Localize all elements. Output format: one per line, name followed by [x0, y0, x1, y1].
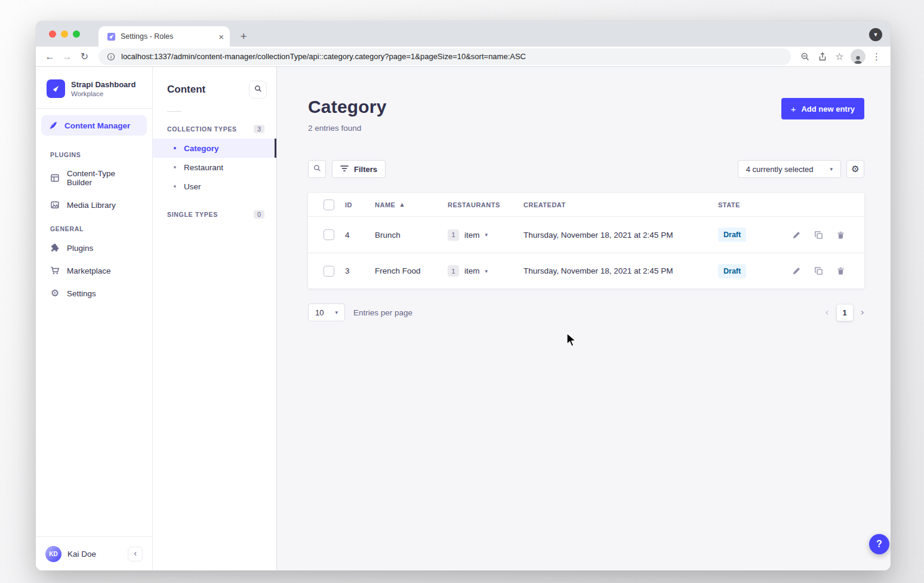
filters-label: Filters: [354, 165, 377, 174]
column-header-restaurants[interactable]: RESTAURANTS: [448, 201, 523, 208]
subnav-item-label: Category: [184, 144, 219, 153]
site-info-icon[interactable]: [106, 52, 116, 62]
browser-menu-icon[interactable]: ⋮: [868, 48, 885, 65]
column-header-name[interactable]: NAME ▲: [375, 201, 448, 208]
delete-button[interactable]: [835, 229, 846, 240]
bullet-icon: [174, 166, 176, 168]
chevron-down-icon[interactable]: ▾: [485, 268, 488, 274]
row-checkbox[interactable]: [324, 229, 334, 240]
sidebar-item-content-type-builder[interactable]: Content-Type Builder: [36, 162, 152, 194]
page-size-value: 10: [315, 308, 324, 317]
state-badge: Draft: [718, 264, 746, 278]
subnav-item-restaurant[interactable]: Restaurant: [153, 158, 276, 177]
sidebar-item-label: Settings: [67, 289, 96, 298]
cell-name: French Food: [375, 266, 448, 275]
entries-per-page-label: Entries per page: [353, 308, 412, 317]
forward-button[interactable]: →: [59, 48, 75, 65]
single-types-label: SINGLE TYPES: [167, 211, 218, 218]
column-header-state[interactable]: STATE: [718, 201, 791, 208]
add-new-entry-button[interactable]: + Add new entry: [781, 98, 864, 119]
duplicate-button[interactable]: [813, 266, 824, 277]
bullet-icon: [174, 147, 176, 149]
subnav-search-button[interactable]: [249, 81, 267, 99]
edit-button[interactable]: [791, 266, 802, 277]
browser-tab[interactable]: Settings - Roles ×: [98, 26, 230, 47]
sidebar-item-content-manager[interactable]: Content Manager: [41, 115, 147, 136]
workspace-name: Workplace: [71, 90, 135, 97]
url-bar[interactable]: localhost:1337/admin/content-manager/col…: [98, 48, 791, 65]
new-tab-button[interactable]: +: [235, 28, 252, 45]
filter-icon: [340, 165, 349, 174]
chevron-down-icon: ▼: [873, 32, 879, 38]
collapse-sidebar-button[interactable]: ‹: [128, 547, 143, 561]
zoom-icon[interactable]: [797, 48, 813, 65]
chevron-down-icon[interactable]: ▾: [485, 232, 488, 238]
browser-tab-bar: Settings - Roles × + ▼: [36, 21, 891, 47]
chevron-left-icon: ‹: [134, 548, 137, 558]
table-row[interactable]: 4 Brunch 1 item ▾ Thursday, November 18,…: [308, 217, 864, 253]
subnav-title: Content: [167, 84, 205, 96]
pencil-icon: [792, 231, 801, 240]
subnav-item-label: User: [184, 182, 201, 191]
share-icon[interactable]: [814, 48, 830, 65]
table-search-button[interactable]: [308, 160, 326, 178]
puzzle-icon: [50, 243, 60, 253]
help-button[interactable]: ?: [869, 534, 889, 554]
column-header-id[interactable]: ID: [345, 201, 375, 208]
fields-selected-dropdown[interactable]: 4 currently selected ▾: [738, 160, 841, 178]
sidebar-item-settings[interactable]: ⚙ Settings: [36, 282, 152, 305]
tab-overflow-button[interactable]: ▼: [869, 28, 882, 41]
previous-page-button[interactable]: ‹: [825, 308, 828, 317]
next-page-button[interactable]: ›: [861, 308, 864, 317]
url-text: localhost:1337/admin/content-manager/col…: [121, 52, 526, 61]
user-avatar[interactable]: KD: [45, 546, 61, 562]
back-button[interactable]: ←: [42, 48, 58, 65]
edit-button[interactable]: [791, 229, 802, 240]
pencil-icon: [792, 266, 801, 275]
sidebar-item-label: Plugins: [67, 244, 93, 253]
collection-types-count-badge: 3: [254, 125, 264, 133]
row-checkbox[interactable]: [324, 266, 334, 277]
table-row[interactable]: 3 French Food 1 item ▾ Thursday, Novembe…: [308, 253, 864, 289]
close-window-button[interactable]: [49, 30, 56, 38]
cell-restaurants[interactable]: 1 item ▾: [448, 265, 523, 277]
browser-profile-avatar[interactable]: [851, 49, 866, 64]
column-header-createdat[interactable]: CREATEDAT: [523, 201, 718, 208]
subnav-item-label: Restaurant: [184, 163, 223, 172]
sidebar-item-marketplace[interactable]: Marketplace: [36, 259, 152, 282]
page-title: Category: [308, 97, 387, 117]
delete-button[interactable]: [835, 266, 846, 277]
sidebar-item-plugins[interactable]: Plugins: [36, 237, 152, 259]
sidebar-item-label: Content Manager: [64, 121, 130, 130]
tab-close-icon[interactable]: ×: [218, 32, 224, 41]
pagination: 10 ▾ Entries per page ‹ 1 ›: [308, 303, 864, 321]
filters-button[interactable]: Filters: [332, 160, 386, 178]
maximize-window-button[interactable]: [73, 30, 80, 38]
sidebar-item-label: Media Library: [67, 201, 116, 210]
workspace-brand[interactable]: Strapi Dashboard Workplace: [36, 67, 152, 108]
plugins-section-label: PLUGINS: [36, 142, 152, 162]
minimize-window-button[interactable]: [61, 30, 68, 38]
browser-toolbar: ← → ↻ localhost:1337/admin/content-manag…: [36, 47, 891, 67]
subnav-item-category[interactable]: Category: [153, 139, 276, 158]
page-size-dropdown[interactable]: 10 ▾: [308, 303, 345, 321]
shopping-cart-icon: [50, 266, 60, 275]
cell-restaurants[interactable]: 1 item ▾: [448, 229, 523, 241]
trash-icon: [836, 231, 845, 240]
sort-ascending-icon: ▲: [400, 202, 404, 207]
sidebar-item-media-library[interactable]: Media Library: [36, 194, 152, 216]
relation-unit: item: [464, 266, 480, 275]
select-all-checkbox[interactable]: [324, 200, 334, 210]
reload-button[interactable]: ↻: [76, 48, 93, 65]
gear-icon: ⚙: [50, 289, 60, 298]
duplicate-button[interactable]: [813, 229, 824, 240]
entries-table: ID NAME ▲ RESTAURANTS CREATEDAT STATE 4 …: [308, 193, 864, 289]
current-page-button[interactable]: 1: [837, 305, 853, 321]
subnav-item-user[interactable]: User: [153, 177, 276, 196]
search-icon: [313, 164, 321, 174]
cell-id: 4: [345, 231, 375, 240]
window-controls: [49, 30, 80, 38]
table-settings-button[interactable]: ⚙: [846, 160, 864, 178]
collection-types-label: COLLECTION TYPES: [167, 125, 237, 133]
bookmark-star-icon[interactable]: ☆: [831, 48, 848, 65]
